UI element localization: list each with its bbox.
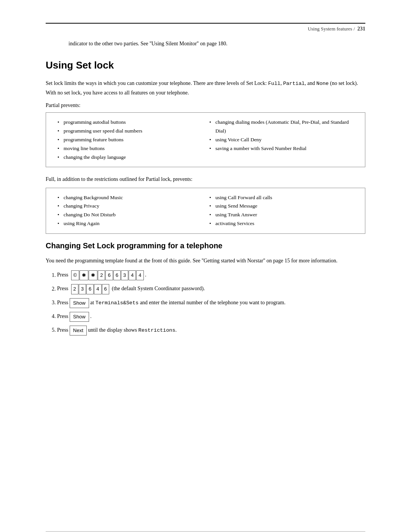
step-1: Press ©✱✱266344 . [57,270,365,280]
step2-keys: 23646 [71,284,109,294]
key-3b: 3 [79,284,86,294]
full-prevents-text: Full, in addition to the restrictions ou… [46,175,365,184]
key-3: 3 [121,270,128,280]
list-item: programming autodial buttons [57,118,202,127]
list-item: programming feature buttons [57,136,202,144]
page-number: 231 [357,26,365,32]
list-item: using Voice Call Deny [209,136,354,144]
step-3: Press Show at Terminals&Sets and enter t… [57,298,365,308]
step-4: Press Show . [57,312,365,322]
key-2: 2 [98,270,105,280]
numbered-steps: Press ©✱✱266344 . Press 23646 (the defau… [57,270,365,335]
key-star2: ✱ [89,270,97,280]
step1-keys: ©✱✱266344 [71,270,144,280]
partial-prevents-label: Partial prevents: [46,102,365,109]
list-item: programming user speed dial numbers [57,127,202,136]
show-button-2[interactable]: Show [70,312,89,322]
show-button-1[interactable]: Show [70,298,89,308]
partial-table: programming autodial buttons programming… [46,112,365,168]
section2-title: Changing Set Lock programming for a tele… [46,241,365,250]
full-col1: changing Background Music changing Priva… [54,193,206,228]
restrictions-label: Restrictions [139,328,175,333]
full-col2: using Call Forward all calls using Send … [206,193,357,228]
list-item: saving a number with Saved Number Redial [209,144,354,153]
step-2: Press 23646 (the default System Coordina… [57,284,365,294]
key-c: © [71,270,80,280]
list-item: using Trunk Answer [209,211,354,219]
list-item: changing Privacy [57,202,202,211]
list-item: changing dialing modes (Automatic Dial, … [209,118,354,136]
list-item: activating Services [209,219,354,228]
list-item: changing the display language [57,153,202,162]
list-item: changing Do Not Disturb [57,211,202,219]
key-6a: 6 [105,270,113,280]
list-item: using Call Forward all calls [209,193,354,202]
key-6d: 6 [102,284,109,294]
full-table: changing Background Music changing Priva… [46,188,365,234]
page-content: indicator to the other two parties. See … [46,32,365,335]
key-star1: ✱ [80,270,88,280]
step-5: Press Next until the display shows Restr… [57,326,365,335]
key-4b: 4 [136,270,143,280]
header-text: Using System features / 231 [308,26,365,32]
header-section: Using System features / [308,26,355,32]
list-item: using Send Message [209,202,354,211]
section2-body1: You need the programming template found … [46,256,365,265]
page: Using System features / 231 indicator to… [0,23,411,532]
intro-paragraph: indicator to the other two parties. See … [46,40,365,48]
list-item: changing Background Music [57,193,202,202]
list-item: using Ring Again [57,219,202,228]
section1-title: Using Set lock [46,59,365,71]
key-6b: 6 [113,270,121,280]
section1-body1: Set lock limits the ways in which you ca… [46,79,365,97]
list-item: moving line buttons [57,144,202,153]
terminals-sets-label: Terminals&Sets [96,300,139,306]
next-button[interactable]: Next [70,326,87,335]
page-header: Using System features / 231 [46,23,365,32]
partial-col1: programming autodial buttons programming… [54,118,206,162]
key-6c: 6 [86,284,94,294]
partial-col2: changing dialing modes (Automatic Dial, … [206,118,357,162]
key-2b: 2 [71,284,78,294]
key-4a: 4 [129,270,136,280]
key-4c: 4 [94,284,101,294]
